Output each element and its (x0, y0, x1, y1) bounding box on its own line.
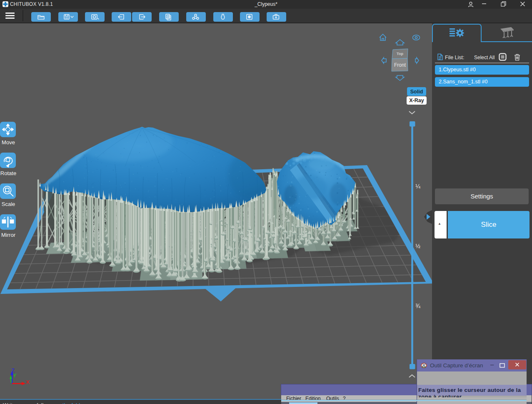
svg-text:Solid: Solid (410, 89, 423, 95)
svg-text:Front: Front (394, 62, 406, 68)
svg-text:½: ½ (415, 243, 420, 249)
svg-text:Y: Y (13, 372, 17, 379)
svg-text:X: X (26, 379, 30, 385)
svg-text:Top: Top (397, 52, 403, 56)
svg-text:¼: ¼ (415, 183, 420, 190)
svg-text:¾: ¾ (415, 303, 420, 309)
svg-text:X-Ray: X-Ray (409, 98, 424, 103)
